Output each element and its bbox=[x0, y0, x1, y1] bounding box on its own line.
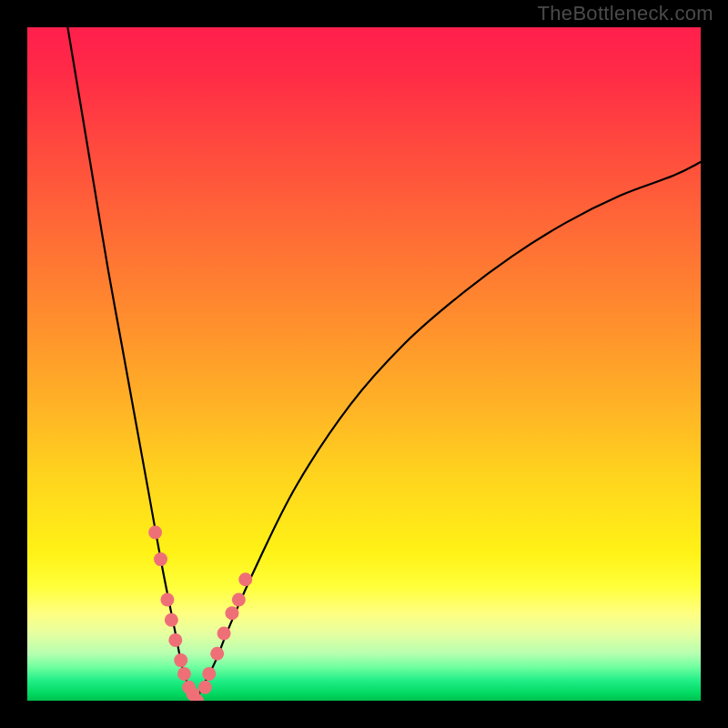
data-marker bbox=[217, 627, 231, 641]
data-marker bbox=[165, 613, 178, 627]
curve-right-branch bbox=[196, 162, 701, 701]
data-marker bbox=[168, 633, 182, 647]
curve-left-branch bbox=[67, 27, 196, 701]
data-marker bbox=[202, 667, 216, 681]
curve-layer bbox=[27, 27, 701, 701]
plot-area bbox=[27, 27, 701, 701]
chart-frame: TheBottleneck.com bbox=[0, 0, 728, 728]
data-marker bbox=[177, 667, 191, 681]
data-marker bbox=[232, 593, 246, 607]
data-marker bbox=[160, 593, 174, 607]
data-marker bbox=[198, 681, 212, 694]
data-marker bbox=[174, 653, 187, 667]
data-marker bbox=[154, 552, 167, 566]
data-marker bbox=[238, 572, 252, 586]
data-marker bbox=[210, 647, 224, 661]
markers bbox=[148, 526, 252, 702]
data-marker bbox=[225, 606, 238, 620]
watermark-text: TheBottleneck.com bbox=[538, 2, 713, 25]
data-marker bbox=[148, 526, 162, 540]
